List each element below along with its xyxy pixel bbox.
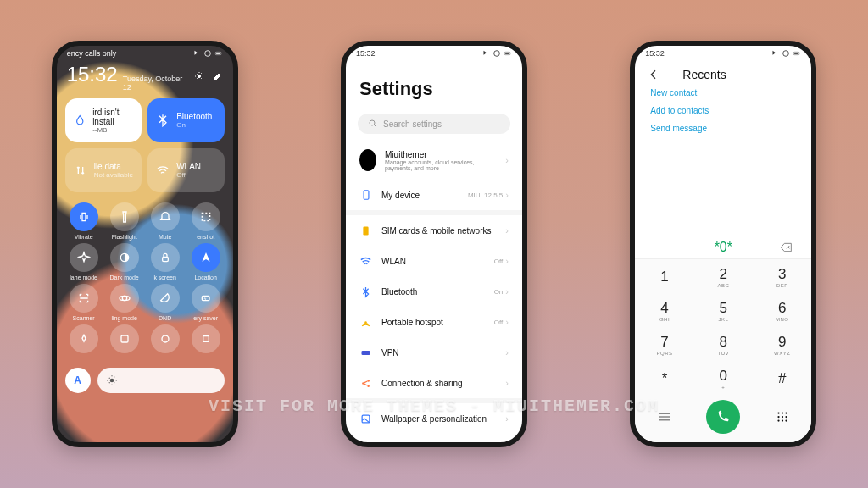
account-row[interactable]: Miuithemer Manage accounts, cloud servic… — [346, 141, 522, 180]
date: Tuesday, October 12 — [123, 75, 189, 92]
handset-icon — [715, 409, 731, 424]
key-2[interactable]: 2ABC — [694, 259, 753, 293]
status-time: 15:32 — [356, 49, 376, 58]
quick-settings-grid: VibrateFlashlightMuteenshotlane modeDark… — [57, 199, 233, 363]
reading-icon — [118, 291, 131, 305]
qs-screenshot[interactable]: enshot — [186, 202, 226, 240]
svg-point-13 — [494, 51, 500, 57]
tile-mobile-data[interactable]: ile data Not available — [65, 148, 142, 192]
qs-dnd[interactable]: DND — [145, 284, 186, 321]
wifi-icon — [156, 164, 170, 177]
svg-point-12 — [109, 379, 114, 383]
menu-icon[interactable] — [657, 409, 672, 424]
qs-scanner[interactable]: Scanner — [64, 284, 104, 321]
search-input[interactable]: Search settings — [358, 114, 510, 134]
chevron-right-icon: › — [505, 286, 509, 297]
status-bar: 15:32 — [635, 46, 811, 59]
gear-icon[interactable] — [194, 71, 204, 81]
svg-point-34 — [785, 416, 787, 418]
key-*[interactable]: * — [635, 361, 693, 395]
key-4[interactable]: 4GHI — [635, 293, 693, 327]
grid-icon[interactable] — [775, 409, 790, 424]
svg-point-0 — [204, 51, 210, 57]
tile-water[interactable]: ird isn't install --MB — [65, 98, 142, 142]
svg-point-23 — [368, 385, 370, 387]
location-icon — [199, 251, 213, 264]
svg-point-7 — [122, 296, 126, 300]
settings-row-wall[interactable]: Wallpaper & personalization› — [346, 403, 522, 434]
svg-rect-4 — [202, 213, 209, 220]
dial-pad: 12ABC3DEF4GHI5JKL6MNO7PQRS8TUV9WXYZ*0+# — [635, 258, 811, 395]
chevron-right-icon: › — [505, 446, 509, 447]
call-button[interactable] — [706, 400, 740, 434]
qs-mute[interactable]: Mute — [145, 202, 186, 240]
qs-extra3[interactable] — [145, 324, 186, 356]
key-6[interactable]: 6MNO — [753, 293, 811, 327]
key-0[interactable]: 0+ — [694, 361, 753, 395]
qs-extra2[interactable] — [104, 324, 145, 356]
svg-point-29 — [777, 412, 779, 413]
entered-number: *0* — [715, 240, 732, 255]
backspace-icon[interactable] — [777, 241, 796, 254]
key-9[interactable]: 9WXYZ — [753, 327, 811, 361]
dialer-link-1[interactable]: Add to contacts — [650, 106, 796, 115]
scanner-icon — [77, 291, 91, 305]
my-device-row[interactable]: My device MIUI 12.5.5› — [346, 180, 522, 210]
qs-location[interactable]: Location — [186, 243, 226, 280]
svg-rect-15 — [505, 53, 509, 54]
chevron-right-icon: › — [505, 413, 509, 424]
qs-flashlight[interactable]: Flashlight — [104, 202, 145, 240]
key-1[interactable]: 1 — [635, 259, 693, 293]
key-3[interactable]: 3DEF — [753, 259, 811, 293]
svg-rect-28 — [794, 53, 798, 54]
settings-row-vpn[interactable]: VPN› — [346, 337, 522, 368]
key-7[interactable]: 7PQRS — [635, 327, 693, 361]
svg-point-26 — [783, 51, 789, 57]
edit-icon[interactable] — [213, 71, 223, 81]
search-icon — [368, 119, 378, 129]
qs-extra1[interactable] — [64, 324, 104, 356]
svg-point-30 — [782, 412, 783, 413]
svg-rect-9 — [202, 296, 209, 300]
lockscreen-icon — [159, 251, 172, 264]
page-title: Recents — [682, 68, 726, 81]
tile-bluetooth[interactable]: Bluetooth On — [147, 98, 225, 142]
qs-extra4[interactable] — [186, 324, 226, 356]
extra1-icon — [77, 332, 91, 346]
extra4-icon — [199, 332, 213, 346]
settings-row-sim[interactable]: SIM cards & mobile networks› — [346, 215, 522, 246]
airplane-icon — [77, 251, 91, 264]
svg-rect-17 — [364, 191, 369, 200]
qs-battery[interactable]: ery saver — [186, 284, 226, 321]
key-8[interactable]: 8TUV — [694, 327, 753, 361]
screenshot-icon — [199, 210, 213, 224]
chevron-right-icon: › — [505, 155, 509, 165]
dialer-link-2[interactable]: Send message — [650, 124, 796, 133]
svg-point-35 — [777, 419, 779, 421]
settings-row-bt[interactable]: BluetoothOn› — [346, 276, 522, 307]
svg-point-37 — [785, 419, 787, 421]
status-bar: ency calls only — [57, 46, 233, 59]
auto-brightness-button[interactable]: A — [65, 368, 91, 393]
qs-lockscreen[interactable]: k screen — [145, 243, 186, 280]
dialer-link-0[interactable]: New contact — [650, 88, 796, 97]
tile-wlan[interactable]: WLAN Off — [147, 148, 225, 192]
key-#[interactable]: # — [753, 361, 811, 395]
settings-row-aod[interactable]: Always-on display & Lock screen› — [346, 434, 522, 447]
svg-point-33 — [782, 416, 783, 418]
qs-airplane[interactable]: lane mode — [64, 243, 104, 280]
brightness-slider[interactable] — [97, 368, 225, 393]
qs-vibrate[interactable]: Vibrate — [64, 202, 104, 240]
back-icon[interactable] — [647, 68, 660, 81]
settings-row-share[interactable]: Connection & sharing› — [346, 368, 522, 398]
header-actions — [194, 71, 223, 81]
key-5[interactable]: 5JKL — [694, 293, 753, 327]
data-icon — [74, 164, 87, 177]
svg-point-8 — [120, 296, 130, 300]
mute-icon — [159, 210, 172, 224]
qs-darkmode[interactable]: Dark mode — [104, 243, 145, 280]
settings-row-hotspot[interactable]: Portable hotspotOff› — [346, 307, 522, 337]
qs-reading[interactable]: ling mode — [104, 284, 145, 321]
settings-row-wifi[interactable]: WLANOff› — [346, 246, 522, 276]
svg-rect-2 — [216, 53, 220, 54]
